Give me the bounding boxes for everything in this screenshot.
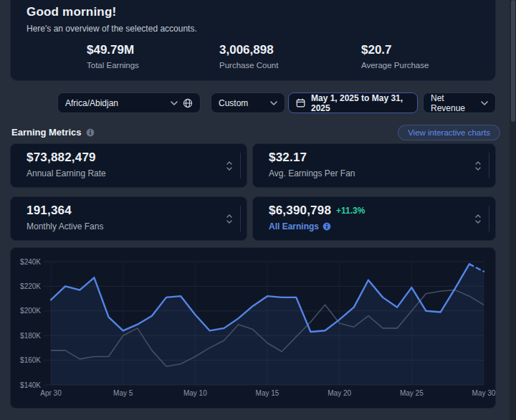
stat-label: Total Earnings bbox=[87, 61, 139, 70]
chevron-down-icon bbox=[270, 101, 277, 105]
globe-icon bbox=[183, 98, 193, 108]
scrollbar-thumb[interactable] bbox=[511, 0, 515, 122]
timezone-select[interactable]: Africa/Abidjan bbox=[57, 92, 201, 113]
stat-average-purchase: $20.7 Average Purchase bbox=[361, 43, 429, 70]
metric-card-annual-earning-rate: $73,882,479 Annual Earning Rate bbox=[10, 143, 247, 188]
metric-label: Monthly Active Fans bbox=[27, 221, 103, 232]
metric-label-link[interactable]: All Earnings bbox=[269, 221, 319, 232]
stat-label: Purchase Count bbox=[219, 61, 278, 70]
date-range-value: May 1, 2025 to May 31, 2025 bbox=[311, 93, 410, 113]
earnings-dashboard: Good morning! Here's an overview of the … bbox=[0, 0, 516, 420]
section-header: Earning Metrics bbox=[11, 127, 95, 138]
svg-text:May 5: May 5 bbox=[113, 389, 133, 397]
svg-text:May 25: May 25 bbox=[400, 389, 424, 397]
info-icon[interactable] bbox=[86, 128, 95, 137]
svg-text:$140K: $140K bbox=[20, 381, 41, 389]
metric-select-value: Net Revenue bbox=[431, 93, 481, 113]
hero-card: Good morning! Here's an overview of the … bbox=[10, 0, 496, 81]
svg-text:$220K: $220K bbox=[20, 282, 41, 290]
stat-value: $20.7 bbox=[361, 43, 429, 57]
metric-label: Annual Earning Rate bbox=[27, 168, 106, 178]
metric-value: 191,364 bbox=[27, 204, 72, 218]
svg-text:$200K: $200K bbox=[20, 307, 41, 315]
stat-value: $49.79M bbox=[87, 43, 139, 57]
metric-select[interactable]: Net Revenue bbox=[423, 92, 496, 113]
metric-card-avg-earnings-per-fan: $32.17 Avg. Earnings Per Fan bbox=[252, 143, 496, 188]
svg-text:$160K: $160K bbox=[20, 356, 41, 364]
range-preset-value: Custom bbox=[219, 98, 270, 108]
metric-stepper[interactable] bbox=[474, 160, 482, 172]
metric-card-monthly-active-fans: 191,364 Monthly Active Fans bbox=[10, 196, 247, 241]
earnings-chart-svg: $240K$220K$200K$180K$160K$140KApr 30May … bbox=[11, 248, 495, 408]
scrollbar-track[interactable] bbox=[510, 0, 516, 420]
section-title-text: Earning Metrics bbox=[11, 127, 82, 138]
metric-value: $6,390,798 bbox=[269, 204, 331, 218]
card-resize-handle[interactable] bbox=[240, 153, 241, 178]
date-range-input[interactable]: May 1, 2025 to May 31, 2025 bbox=[288, 92, 418, 113]
metric-value: $73,882,479 bbox=[27, 151, 96, 165]
svg-text:May 20: May 20 bbox=[328, 389, 351, 397]
svg-text:May 30: May 30 bbox=[472, 389, 496, 397]
view-interactive-charts-button[interactable]: View interactive charts bbox=[398, 125, 500, 140]
metric-delta-badge: +11.3% bbox=[336, 206, 365, 216]
metric-card-all-earnings: $6,390,798 +11.3% All Earnings bbox=[252, 196, 496, 241]
stat-total-earnings: $49.79M Total Earnings bbox=[87, 43, 139, 70]
chevron-down-icon bbox=[171, 101, 178, 105]
card-resize-handle[interactable] bbox=[240, 206, 241, 232]
svg-text:May 15: May 15 bbox=[256, 389, 280, 397]
timezone-select-value: Africa/Abidjan bbox=[65, 98, 171, 108]
svg-text:May 10: May 10 bbox=[183, 389, 207, 397]
stat-label: Average Purchase bbox=[361, 61, 429, 70]
hero-subtitle: Here's an overview of the selected accou… bbox=[27, 24, 197, 34]
svg-text:Apr 30: Apr 30 bbox=[40, 389, 62, 397]
chevron-down-icon bbox=[481, 101, 488, 105]
metric-label: Avg. Earnings Per Fan bbox=[269, 168, 355, 178]
stat-purchase-count: 3,006,898 Purchase Count bbox=[219, 43, 278, 70]
stat-value: 3,006,898 bbox=[219, 43, 278, 57]
calendar-icon bbox=[296, 98, 305, 108]
metric-stepper[interactable] bbox=[225, 160, 234, 172]
card-resize-handle[interactable] bbox=[489, 153, 489, 178]
metric-stepper[interactable] bbox=[474, 213, 482, 225]
card-resize-handle[interactable] bbox=[489, 206, 489, 232]
greeting-title: Good morning! bbox=[27, 5, 116, 19]
svg-text:$180K: $180K bbox=[20, 332, 41, 340]
range-preset-select[interactable]: Custom bbox=[211, 92, 285, 113]
info-icon[interactable] bbox=[322, 222, 331, 231]
metric-stepper[interactable] bbox=[225, 213, 234, 225]
metric-value: $32.17 bbox=[269, 151, 307, 165]
svg-text:$240K: $240K bbox=[20, 258, 41, 266]
earnings-chart-card: $240K$220K$200K$180K$160K$140KApr 30May … bbox=[10, 247, 496, 409]
